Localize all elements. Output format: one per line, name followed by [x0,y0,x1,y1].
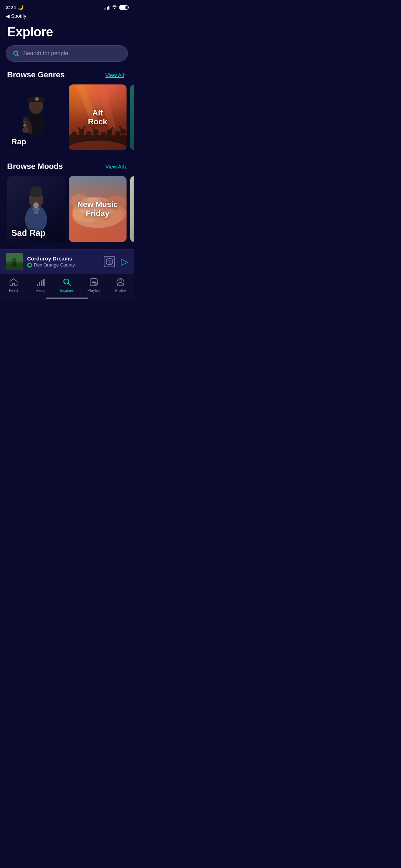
status-right [104,5,128,10]
sad-rap-card-label: Sad Rap [7,224,50,242]
home-indicator-bar [46,298,88,299]
svg-point-42 [34,186,41,195]
playlist-add-icon: + [106,258,113,265]
nav-item-profile[interactable]: Profile [110,278,131,293]
nav-label-recs: Recs [36,288,45,293]
search-icon [12,50,20,57]
genres-cards-row: Rap [0,84,134,150]
svg-rect-10 [24,121,26,128]
svg-text:+: + [110,262,112,264]
svg-point-7 [35,97,39,100]
svg-rect-55 [6,253,23,270]
svg-rect-11 [23,124,26,126]
svg-rect-63 [39,282,40,286]
moods-view-all[interactable]: View All › [105,164,127,170]
moon-icon: 🌙 [18,5,24,10]
mini-player-artwork [6,253,23,270]
altrock-card-label: Alt Rock [69,108,127,126]
status-bar: 3:21 🌙 [0,0,134,12]
nav-item-playlist[interactable]: Playlist [83,278,104,293]
album-art-svg [6,253,23,270]
svg-point-33 [115,131,120,136]
spotify-back-label: Spotify [11,13,26,19]
mini-player-artist-name: Rex Orange County [34,262,75,268]
battery-icon [119,5,128,10]
svg-line-1 [17,55,19,56]
svg-point-44 [34,202,39,208]
profile-icon [116,278,125,287]
genres-title: Browse Genres [7,70,65,79]
spotify-logo-dot [27,263,32,268]
svg-point-57 [12,258,16,262]
signal-bars-icon [104,5,110,10]
mood-card-nmf[interactable]: New Music Friday [69,176,127,242]
svg-point-9 [22,126,29,133]
recs-icon [36,278,45,287]
genre-card-partial[interactable] [130,84,134,150]
nav-item-recs[interactable]: Recs [30,278,51,293]
feed-icon [9,278,18,287]
rap-card-label: Rap [7,133,31,150]
svg-rect-64 [41,280,42,286]
svg-rect-58 [12,262,16,267]
svg-point-17 [71,131,77,137]
mini-player[interactable]: Corduroy Dreams Rex Orange County + ▷ [0,249,134,274]
svg-rect-65 [43,279,45,286]
back-arrow-icon: ◀ [6,13,10,19]
status-time: 3:21 [6,4,16,10]
explore-icon [62,278,72,287]
mini-player-track-name: Corduroy Dreams [27,255,99,262]
moods-title: Browse Moods [7,162,63,171]
search-placeholder: Search for people [23,50,68,57]
page-title: Explore [0,22,134,45]
genres-view-all[interactable]: View All › [105,72,127,78]
nav-label-explore: Explore [60,288,73,293]
playlist-icon [89,278,98,287]
play-button[interactable]: ▷ [121,256,128,267]
svg-rect-62 [37,284,38,286]
chevron-right-icon: › [125,72,127,78]
moods-chevron-icon: › [125,164,127,169]
svg-rect-56 [6,264,23,270]
mini-player-controls: + ▷ [104,256,128,267]
svg-rect-18 [72,137,77,144]
spotify-back-button[interactable]: ◀ Spotify [0,12,134,22]
genre-card-rap[interactable]: Rap [7,84,65,150]
moods-section-header: Browse Moods View All › [0,162,134,176]
add-to-playlist-button[interactable]: + [104,256,115,267]
svg-point-23 [86,131,91,136]
svg-point-28 [101,132,106,137]
nav-label-profile: Profile [115,288,126,293]
genre-card-altrock[interactable]: Alt Rock [69,84,127,150]
nav-item-explore[interactable]: Explore [56,278,78,293]
moods-cards-row: Sad Rap New Music [0,176,134,242]
svg-rect-6 [26,100,31,102]
svg-line-67 [68,284,71,286]
status-left: 3:21 🌙 [6,4,24,10]
nav-label-playlist: Playlist [87,288,100,293]
mood-card-sad-rap[interactable]: Sad Rap [7,176,65,242]
nav-label-feed: Feed [9,288,18,293]
mini-player-info: Corduroy Dreams Rex Orange County [27,255,99,268]
svg-point-71 [119,280,122,283]
nav-item-feed[interactable]: Feed [3,278,24,293]
partial-mood-label: Ti [130,226,134,242]
bottom-navigation: Feed Recs Explore Playlist Pr [0,274,134,295]
mood-card-partial[interactable]: Ti [130,176,134,242]
search-bar[interactable]: Search for people [6,45,128,62]
genres-section-header: Browse Genres View All › [0,70,134,84]
home-indicator [0,295,134,300]
nmf-card-label: New Music Friday [69,200,127,218]
mini-player-artist-row: Rex Orange County [27,262,99,268]
wifi-icon [112,5,117,10]
